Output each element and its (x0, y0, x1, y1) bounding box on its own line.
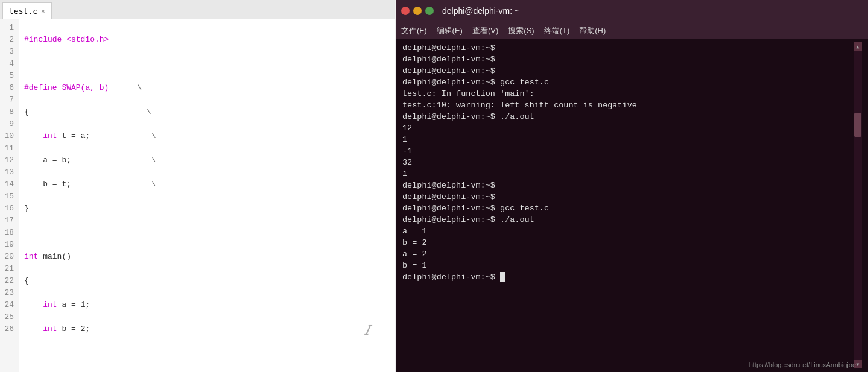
watermark: https://blog.csdn.net/LinuxArmbigjoe (749, 361, 856, 368)
tab-close-button[interactable]: × (41, 7, 45, 15)
code-line (24, 347, 390, 359)
terminal-line: 32 (402, 157, 854, 168)
tab-bar: test.c × (0, 0, 395, 19)
code-content[interactable]: #include <stdio.h> #define SWAP(a, b) \ … (19, 19, 395, 372)
terminal-titlebar: delphi@delphi-vm: ~ (396, 0, 868, 22)
menu-help[interactable]: 帮助(H) (579, 25, 606, 36)
terminal-line: delphi@delphi-vm:~$ (402, 191, 854, 203)
terminal-body[interactable]: delphi@delphi-vm:~$ delphi@delphi-vm:~$ … (396, 39, 868, 372)
scrollbar-track[interactable] (854, 51, 862, 360)
terminal-line: b = 1 (402, 260, 854, 271)
editor-panel: test.c × 12345 678910 1112131415 1617181… (0, 0, 395, 372)
terminal-panel: delphi@delphi-vm: ~ 文件(F) 编辑(E) 查看(V) 搜索… (396, 0, 868, 372)
menu-view[interactable]: 查看(V) (472, 25, 498, 36)
terminal-line: 1 (402, 168, 854, 180)
minimize-button[interactable] (413, 7, 422, 15)
tab-filename: test.c (9, 7, 37, 16)
terminal-line: delphi@delphi-vm:~$ gcc test.c (402, 203, 854, 214)
terminal-line: delphi@delphi-vm:~$ (402, 271, 854, 283)
code-line: { \ (24, 106, 390, 118)
terminal-line: delphi@delphi-vm:~$ gcc test.c (402, 77, 854, 88)
code-line: #include <stdio.h> (24, 34, 390, 46)
terminal-line: a = 1 (402, 225, 854, 237)
terminal-title: delphi@delphi-vm: ~ (442, 6, 519, 16)
code-line: a = b; \ (24, 154, 390, 166)
maximize-button[interactable] (425, 7, 434, 15)
scrollbar-thumb[interactable] (854, 113, 861, 137)
menu-search[interactable]: 搜索(S) (508, 25, 534, 36)
terminal-output: delphi@delphi-vm:~$ delphi@delphi-vm:~$ … (402, 42, 854, 368)
menu-terminal[interactable]: 终端(T) (544, 25, 570, 36)
menu-file[interactable]: 文件(F) (401, 25, 427, 36)
code-line: int a = 1; (24, 299, 390, 311)
terminal-menubar: 文件(F) 编辑(E) 查看(V) 搜索(S) 终端(T) 帮助(H) (396, 22, 868, 39)
scrollbar-up-button[interactable]: ▲ (854, 42, 862, 51)
code-line: } (24, 203, 390, 215)
code-line (24, 227, 390, 239)
code-line: { (24, 275, 390, 287)
code-line: int main() (24, 251, 390, 263)
code-line: int b = 2; (24, 323, 390, 335)
menu-edit[interactable]: 编辑(E) (437, 25, 463, 36)
terminal-line: -1 (402, 145, 854, 157)
terminal-line: b = 2 (402, 237, 854, 248)
terminal-line: delphi@delphi-vm:~$ ./a.out (402, 214, 854, 225)
code-line (24, 58, 390, 70)
terminal-line: delphi@delphi-vm:~$ ./a.out (402, 111, 854, 122)
code-area: 12345 678910 1112131415 1617181920 21222… (0, 19, 395, 372)
code-line: #define SWAP(a, b) \ (24, 82, 390, 94)
cursor-icon: 𝐼 (364, 323, 370, 338)
terminal-line: delphi@delphi-vm:~$ (402, 42, 854, 54)
close-button[interactable] (401, 7, 410, 15)
terminal-line: delphi@delphi-vm:~$ (402, 180, 854, 191)
terminal-scrollbar[interactable]: ▲ ▼ (854, 42, 862, 368)
terminal-line: 12 (402, 122, 854, 134)
code-line: b = t; \ (24, 178, 390, 191)
terminal-line: delphi@delphi-vm:~$ (402, 54, 854, 65)
terminal-cursor (500, 272, 505, 282)
terminal-line: test.c:10: warning: left shift count is … (402, 99, 854, 111)
line-numbers: 12345 678910 1112131415 1617181920 21222… (0, 19, 19, 372)
terminal-line: 1 (402, 134, 854, 145)
terminal-line: delphi@delphi-vm:~$ (402, 65, 854, 77)
code-line: int t = a; \ (24, 130, 390, 142)
editor-tab[interactable]: test.c × (2, 2, 52, 19)
terminal-line: test.c: In function 'main': (402, 88, 854, 99)
terminal-line: a = 2 (402, 248, 854, 260)
